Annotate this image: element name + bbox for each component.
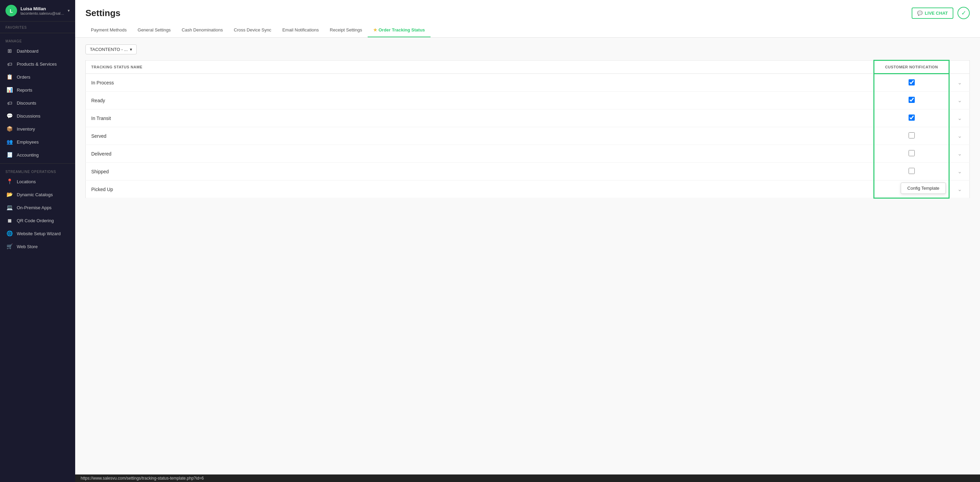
sidebar-item-label: Discussions <box>17 113 40 119</box>
products-icon: 🏷 <box>6 61 13 67</box>
tab-receipt-settings[interactable]: Receipt Settings <box>324 23 368 37</box>
sidebar-item-on-premise-apps[interactable]: 💻 On-Premise Apps <box>0 201 75 214</box>
sidebar-item-web-store[interactable]: 🛒 Web Store <box>0 240 75 253</box>
live-chat-button[interactable]: 💬 LIVE CHAT <box>912 8 953 19</box>
table-row: Shipped⌄ <box>86 163 970 180</box>
checkbox-cell <box>874 74 949 92</box>
tracking-status-name: Delivered <box>86 145 874 163</box>
notification-checkbox[interactable] <box>908 97 915 103</box>
sidebar-item-reports[interactable]: 📊 Reports <box>0 83 75 96</box>
notification-checkbox[interactable] <box>908 132 915 139</box>
tracking-status-name: Shipped <box>86 163 874 180</box>
sidebar-item-website-wizard[interactable]: 🌐 Website Setup Wizard <box>0 227 75 240</box>
page-title: Settings <box>86 8 121 18</box>
tab-general-settings[interactable]: General Settings <box>132 23 176 37</box>
dynamic-catalogs-icon: 📂 <box>6 192 13 198</box>
tracking-table-wrapper: TRACKING STATUS NAME CUSTOMER NOTIFICATI… <box>86 60 970 199</box>
inventory-icon: 📦 <box>6 126 13 132</box>
tracking-status-name: In Transit <box>86 109 874 127</box>
manage-label: MANAGE <box>0 35 75 45</box>
table-row: Served⌄ <box>86 127 970 145</box>
favorites-label: FAVORITES <box>0 22 75 31</box>
sidebar-item-accounting[interactable]: 🧾 Accounting <box>0 148 75 161</box>
expand-cell[interactable]: ⌄ <box>949 109 970 127</box>
orders-icon: 📋 <box>6 74 13 80</box>
checkbox-cell <box>874 92 949 109</box>
user-info: Luisa Millan tacontento.salesvu@salesvu.… <box>21 6 64 15</box>
expand-cell[interactable]: ⌄ <box>949 127 970 145</box>
location-dropdown[interactable]: TACONTENTO - ... ▾ <box>86 45 137 54</box>
tracking-status-name: Picked Up <box>86 180 874 198</box>
tracking-table: TRACKING STATUS NAME CUSTOMER NOTIFICATI… <box>86 60 970 199</box>
notification-checkbox[interactable] <box>908 115 915 121</box>
expand-cell[interactable]: ⌄ <box>949 145 970 163</box>
sidebar-item-label: Web Store <box>17 244 38 249</box>
page-header: Settings 💬 LIVE CHAT ✓ <box>75 0 980 19</box>
sidebar-item-employees[interactable]: 👥 Employees <box>0 136 75 148</box>
location-chevron-icon: ▾ <box>130 47 132 52</box>
accounting-icon: 🧾 <box>6 152 13 158</box>
table-row: Picked Up⌄ <box>86 180 970 198</box>
sidebar-item-label: Employees <box>17 139 38 145</box>
table-row: In Transit⌄ <box>86 109 970 127</box>
on-premise-icon: 💻 <box>6 204 13 211</box>
tab-cross-device-sync[interactable]: Cross Device Sync <box>228 23 277 37</box>
user-profile[interactable]: L Luisa Millan tacontento.salesvu@salesv… <box>0 0 75 22</box>
notification-checkbox[interactable] <box>908 150 915 156</box>
tab-order-tracking-status[interactable]: ★Order Tracking Status <box>368 23 431 37</box>
expand-cell[interactable]: ⌄ <box>949 180 970 198</box>
user-name: Luisa Millan <box>21 6 64 11</box>
notification-checkbox[interactable] <box>908 79 915 85</box>
checkbox-cell <box>874 163 949 180</box>
sidebar-item-dynamic-catalogs[interactable]: 📂 Dynamic Catalogs <box>0 188 75 201</box>
sidebar: L Luisa Millan tacontento.salesvu@salesv… <box>0 0 75 482</box>
sidebar-item-dashboard[interactable]: ⊞ Dashboard <box>0 45 75 57</box>
expand-cell[interactable]: ⌄ <box>949 74 970 92</box>
sidebar-item-discounts[interactable]: 🏷 Discounts <box>0 96 75 109</box>
chat-icon: 💬 <box>917 11 923 16</box>
location-label: TACONTENTO - ... <box>90 47 128 52</box>
avatar: L <box>5 5 17 16</box>
sidebar-item-label: Dashboard <box>17 48 38 54</box>
sidebar-item-label: Locations <box>17 179 36 184</box>
tab-payment-methods[interactable]: Payment Methods <box>86 23 132 37</box>
locations-icon: 📍 <box>6 179 13 185</box>
sidebar-item-discussions[interactable]: 💬 Discussions <box>0 109 75 122</box>
config-template-bubble: Config Template <box>901 182 946 194</box>
reports-icon: 📊 <box>6 87 13 93</box>
sidebar-item-products-services[interactable]: 🏷 Products & Services <box>0 57 75 70</box>
circle-check-button[interactable]: ✓ <box>958 7 970 19</box>
expand-cell[interactable]: ⌄ <box>949 163 970 180</box>
sidebar-item-orders[interactable]: 📋 Orders <box>0 70 75 83</box>
sidebar-item-inventory[interactable]: 📦 Inventory <box>0 122 75 136</box>
tab-cash-denominations[interactable]: Cash Denominations <box>176 23 229 37</box>
discounts-icon: 🏷 <box>6 100 13 106</box>
expand-cell[interactable]: ⌄ <box>949 92 970 109</box>
sidebar-item-qr-code[interactable]: ◼ QR Code Ordering <box>0 214 75 227</box>
checkbox-cell <box>874 145 949 163</box>
dashboard-icon: ⊞ <box>6 48 13 54</box>
live-chat-label: LIVE CHAT <box>924 11 948 16</box>
tab-email-notifications[interactable]: Email Notifications <box>277 23 324 37</box>
main-content: Settings 💬 LIVE CHAT ✓ Payment Methods G… <box>75 0 980 482</box>
tracking-status-name: Ready <box>86 92 874 109</box>
sidebar-item-locations[interactable]: 📍 Locations <box>0 175 75 188</box>
chevron-down-icon: ▾ <box>68 8 70 13</box>
table-row: Delivered⌄ <box>86 145 970 163</box>
user-email: tacontento.salesvu@salesvu.c... <box>21 11 64 15</box>
status-bar: https://www.salesvu.com/settings/trackin… <box>75 474 980 482</box>
qr-code-icon: ◼ <box>6 217 13 223</box>
checkbox-cell <box>874 109 949 127</box>
employees-icon: 👥 <box>6 139 13 145</box>
sidebar-item-label: Orders <box>17 75 30 80</box>
website-wizard-icon: 🌐 <box>6 230 13 236</box>
col-tracking-name: TRACKING STATUS NAME <box>86 61 874 74</box>
header-actions: 💬 LIVE CHAT ✓ <box>912 7 970 19</box>
col-expand <box>949 61 970 74</box>
tracking-status-name: In Process <box>86 74 874 92</box>
checkbox-cell <box>874 127 949 145</box>
table-row: In Process⌄ <box>86 74 970 92</box>
sidebar-item-label: Website Setup Wizard <box>17 231 60 236</box>
notification-checkbox[interactable] <box>908 168 915 174</box>
star-icon: ★ <box>373 27 377 32</box>
